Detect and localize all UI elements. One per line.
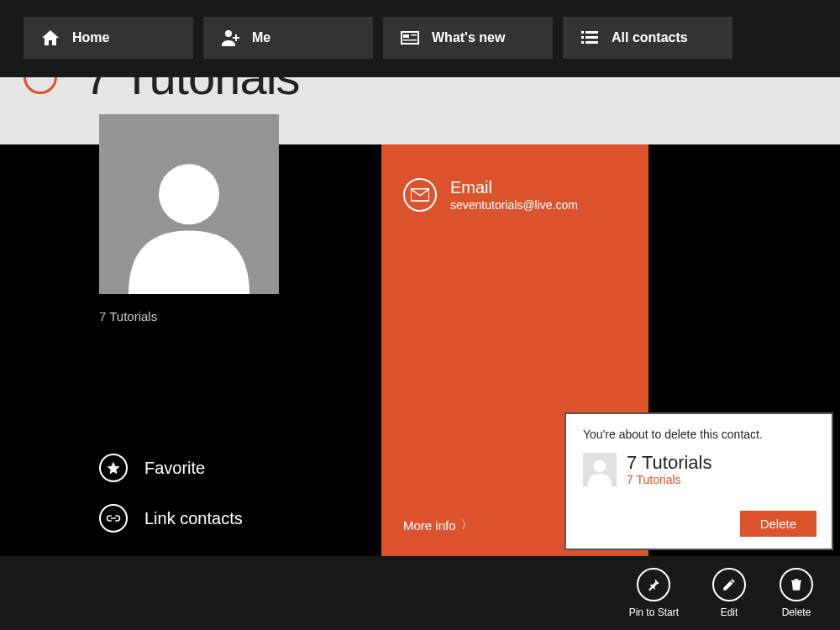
avatar: [99, 114, 279, 294]
svg-rect-6: [403, 39, 417, 41]
svg-rect-12: [585, 41, 598, 44]
dialog-contact-name: 7 Tutorials: [627, 453, 712, 473]
nav-home[interactable]: Home: [24, 17, 193, 59]
edit-button[interactable]: Edit: [712, 568, 746, 618]
app-bar: Pin to Start Edit Delete: [0, 556, 840, 630]
more-info-button[interactable]: More info 〉: [403, 517, 472, 533]
contact-name-label: 7 Tutorials: [99, 309, 157, 323]
person-icon: [220, 28, 240, 48]
svg-point-13: [159, 164, 219, 224]
edit-label: Edit: [721, 606, 738, 618]
nav-allcontacts-label: All contacts: [612, 30, 688, 45]
nav-whatsnew-label: What's new: [432, 30, 505, 45]
link-contacts-button[interactable]: Link contacts: [99, 504, 243, 533]
svg-point-15: [594, 460, 606, 472]
nav-whatsnew[interactable]: What's new: [383, 17, 553, 59]
svg-rect-2: [233, 37, 239, 39]
trash-icon: [789, 577, 804, 592]
svg-point-0: [225, 30, 232, 37]
email-button[interactable]: Email seventutorials@live.com: [403, 178, 632, 212]
dialog-contact-sub: 7 Tutorials: [627, 473, 712, 486]
svg-rect-5: [411, 34, 417, 36]
delete-label: Delete: [782, 606, 811, 618]
pin-to-start-button[interactable]: Pin to Start: [629, 568, 679, 618]
svg-rect-9: [581, 36, 584, 39]
svg-rect-7: [581, 31, 584, 34]
email-value: seventutorials@live.com: [450, 198, 578, 212]
dialog-avatar: [583, 453, 617, 486]
nav-home-label: Home: [72, 30, 109, 45]
page-title: 7 Tutorials: [84, 77, 300, 105]
pin-label: Pin to Start: [629, 606, 679, 618]
placeholder-avatar-icon: [113, 143, 265, 294]
svg-rect-8: [585, 31, 598, 34]
svg-rect-11: [581, 41, 584, 44]
placeholder-avatar-icon: [585, 456, 615, 486]
star-icon: [106, 460, 121, 475]
chevron-right-icon: 〉: [461, 517, 472, 533]
more-info-label: More info: [403, 518, 456, 533]
dialog-message: You're about to delete this contact.: [583, 428, 815, 441]
favorite-button[interactable]: Favorite: [99, 454, 205, 482]
list-icon: [580, 28, 600, 48]
favorite-label: Favorite: [144, 459, 205, 478]
news-icon: [400, 28, 420, 48]
nav-me-label: Me: [252, 30, 270, 45]
nav-allcontacts[interactable]: All contacts: [563, 17, 732, 59]
pin-icon: [646, 577, 661, 592]
svg-rect-4: [403, 34, 409, 38]
mail-icon: [411, 188, 429, 202]
link-icon: [106, 511, 121, 526]
link-contacts-label: Link contacts: [144, 509, 243, 528]
delete-confirm-button[interactable]: Delete: [740, 511, 816, 537]
top-nav-bar: Home Me What's new All contacts: [0, 0, 840, 77]
back-button[interactable]: [24, 77, 57, 94]
nav-me[interactable]: Me: [203, 17, 373, 59]
email-label: Email: [450, 178, 578, 197]
delete-confirmation-dialog: You're about to delete this contact. 7 T…: [564, 412, 833, 550]
pencil-icon: [722, 577, 737, 592]
svg-rect-10: [585, 36, 598, 39]
home-icon: [40, 28, 60, 48]
delete-button[interactable]: Delete: [780, 568, 813, 618]
